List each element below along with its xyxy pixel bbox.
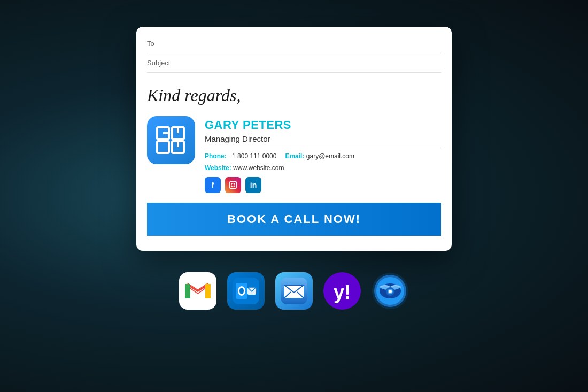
svg-text:y!: y!	[334, 281, 351, 303]
sig-phone: Phone: +1 800 111 0000	[205, 152, 276, 160]
instagram-svg	[229, 181, 237, 189]
website-value: www.website.com	[233, 164, 284, 172]
sig-phone-email-row: Phone: +1 800 111 0000 Email: gary@email…	[205, 152, 441, 162]
email-client-dock: y!	[179, 272, 409, 310]
apple-mail-svg	[281, 278, 307, 304]
sig-website: Website: www.website.com	[205, 164, 441, 172]
to-label: To	[147, 40, 176, 48]
gmail-svg	[185, 281, 211, 301]
linkedin-icon[interactable]: in	[245, 177, 261, 193]
website-label: Website:	[205, 164, 231, 172]
yahoo-svg: y!	[323, 272, 361, 310]
apple-mail-dock-icon[interactable]	[275, 272, 313, 310]
email-header: To Subject	[136, 27, 452, 73]
outlook-dock-icon[interactable]	[227, 272, 265, 310]
svg-point-18	[239, 288, 244, 294]
svg-point-8	[231, 183, 235, 187]
social-icons: f in	[205, 177, 441, 193]
signature-block: GARY PETERS Managing Director Phone: +1 …	[147, 116, 441, 193]
subject-label: Subject	[147, 59, 176, 67]
subject-field-row: Subject	[147, 53, 441, 73]
book-call-button[interactable]: BOOK A CALL NOW!	[147, 203, 441, 236]
svg-rect-7	[229, 181, 236, 188]
svg-rect-4	[157, 141, 169, 153]
avatar-svg-icon	[155, 125, 187, 155]
phone-label: Phone:	[205, 152, 227, 160]
avatar-logo	[147, 116, 195, 164]
svg-rect-13	[205, 284, 211, 298]
yahoo-dock-icon[interactable]: y!	[323, 272, 361, 310]
email-compose-window: To Subject Kind regards,	[136, 27, 452, 251]
gmail-dock-icon[interactable]	[179, 272, 216, 310]
sig-title: Managing Director	[205, 134, 441, 148]
thunderbird-dock-icon[interactable]	[372, 272, 409, 310]
svg-rect-12	[185, 284, 190, 298]
outlook-svg	[233, 278, 259, 304]
instagram-icon[interactable]	[225, 177, 241, 193]
greeting-text: Kind regards,	[147, 86, 441, 105]
svg-point-9	[235, 183, 236, 184]
to-field-row: To	[147, 34, 441, 53]
thunderbird-svg	[372, 272, 409, 310]
sig-name: GARY PETERS	[205, 118, 441, 132]
signature-info: GARY PETERS Managing Director Phone: +1 …	[205, 116, 441, 193]
facebook-icon[interactable]: f	[205, 177, 221, 193]
phone-value: +1 800 111 0000	[228, 152, 276, 160]
email-body: Kind regards,	[136, 73, 452, 251]
sig-email: Email: gary@email.com	[285, 152, 354, 160]
email-label: Email:	[285, 152, 304, 160]
svg-point-34	[389, 290, 392, 293]
email-value: gary@email.com	[306, 152, 354, 160]
